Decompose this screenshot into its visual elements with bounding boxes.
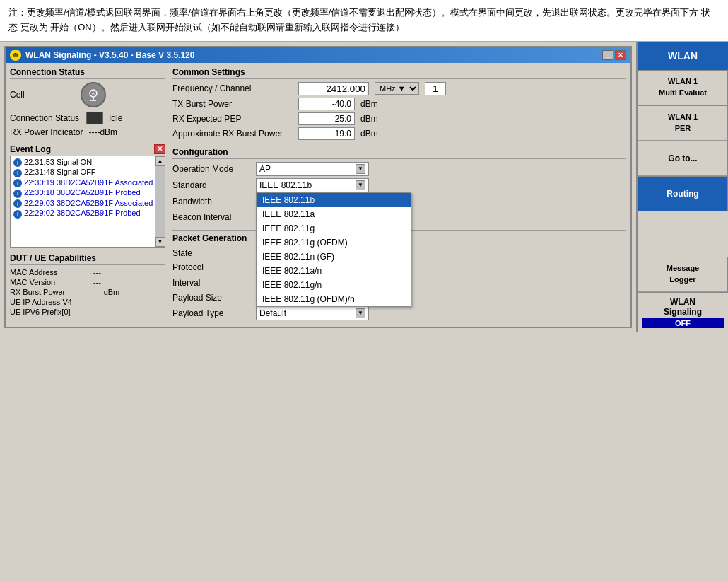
frequency-unit-select[interactable]: MHz ▼ [375,82,419,95]
list-item: MAC Address --- [10,268,165,277]
event-log-header: Event Log ✕ [10,144,165,154]
event-text: 38D2CA52B91F Probed [57,209,141,217]
payload-type-value: Default [259,308,356,318]
wlan1-multi-button[interactable]: WLAN 1Multi Evaluat [638,70,728,105]
wlan-signaling-button[interactable]: WLANSignaling OFF [638,292,728,332]
info-icon: i [13,190,22,198]
dropdown-item-802-11a[interactable]: IEEE 802.11a [257,207,411,221]
event-text: Signal OFF [57,168,96,176]
tx-burst-label: TX Burst Power [172,99,293,109]
scroll-up-button[interactable]: ▲ [155,156,165,166]
tx-burst-row: TX Burst Power -40.0 dBm [172,98,626,110]
event-log-scrollbar[interactable]: ▲ ▼ [155,156,165,247]
ue-ip-v4-label: UE IP Address V4 [10,298,88,306]
common-settings-section: Common Settings Frequency / Channel MHz … [172,67,626,140]
event-time: 22:29:02 [24,209,54,217]
ue-ipv6-value: --- [93,308,101,316]
tx-burst-unit: dBm [360,99,378,109]
ue-ipv6-label: UE IPV6 Prefix[0] [10,308,88,316]
window-controls: _ ✕ [602,50,626,60]
list-item: MAC Version --- [10,278,165,286]
dropdown-item-802-11b[interactable]: IEEE 802.11b [257,193,411,207]
info-icon: i [13,199,22,208]
event-log-title: Event Log [10,144,51,154]
list-item: RX Burst Power ----dBm [10,288,165,296]
off-badge: OFF [642,318,724,328]
dropdown-item-802-11n-gf[interactable]: IEEE 802.11n (GF) [257,250,411,264]
approx-rx-row: Approximate RX Burst Power 19.0 dBm [172,127,626,140]
frequency-row: Frequency / Channel MHz ▼ [172,82,626,95]
approx-rx-label: Approximate RX Burst Power [172,129,293,139]
list-item: i 22:31:53 Signal ON [13,158,162,168]
tx-burst-value: -40.0 [298,98,355,110]
conn-status-label: Connection Status [10,113,81,123]
dut-header: DUT / UE Capabilities [10,253,165,265]
configuration-header: Configuration [172,147,626,159]
operation-mode-row: Operation Mode AP ▼ [172,162,626,176]
rx-power-value: ----dBm [88,127,117,137]
connection-status-row: Connection Status Idle [10,112,165,124]
list-item: i 22:30:18 38D2CA52B91F Probed [13,188,162,198]
event-log-close-button[interactable]: ✕ [154,144,165,154]
wlan-window: ⊕ WLAN Signaling - V3.5.40 - Base V 3.5.… [4,46,632,328]
common-settings-header: Common Settings [172,67,626,79]
standard-value: IEEE 802.11b [259,180,356,190]
rx-burst-power-value: ----dBm [93,288,119,296]
channel-input[interactable] [425,82,446,95]
window-icon: ⊕ [10,50,21,61]
frequency-input[interactable] [298,82,369,95]
event-time: 22:31:53 [24,158,54,166]
operation-mode-select[interactable]: AP ▼ [256,162,369,176]
list-item: i 22:30:19 38D2CA52B91F Associated [13,178,162,188]
event-time: 22:29:03 [24,199,54,207]
payload-type-label: Payload Type [172,308,250,318]
mac-version-value: --- [93,278,101,286]
info-icon: i [13,179,22,187]
dropdown-item-802-11a-n[interactable]: IEEE 802.11a/n [257,264,411,278]
list-item: UE IP Address V4 --- [10,298,165,306]
approx-rx-unit: dBm [360,129,378,139]
scroll-down-button[interactable]: ▼ [155,237,165,247]
dropdown-item-802-11g-ofdm-n[interactable]: IEEE 802.11g (OFDM)/n [257,292,411,306]
dropdown-item-802-11g-n[interactable]: IEEE 802.11g/n [257,278,411,292]
event-text: Signal ON [57,158,92,166]
event-time: 22:31:48 [24,168,54,176]
list-item: i 22:29:03 38D2CA52B91F Associated [13,199,162,209]
bandwidth-label: Bandwidth [172,197,250,206]
dut-section: DUT / UE Capabilities MAC Address --- MA… [10,253,165,316]
idle-icon [86,112,103,124]
idle-text: Idle [109,113,122,123]
goto-button[interactable]: Go to... [638,141,728,176]
event-log-box: i 22:31:53 Signal ON i 22:31:48 Signal O… [10,156,165,248]
standard-dropdown-list: IEEE 802.11b IEEE 802.11a IEEE 802.11g I… [256,192,411,307]
mac-address-label: MAC Address [10,268,88,277]
event-log-content: i 22:31:53 Signal ON i 22:31:48 Signal O… [11,156,165,221]
list-item: i 22:31:48 Signal OFF [13,168,162,177]
dropdown-item-802-11g[interactable]: IEEE 802.11g [257,221,411,235]
state-label: State [172,248,250,258]
routing-button[interactable]: Routing [638,176,728,211]
wlan-signaling-label: WLANSignaling [664,297,702,317]
standard-select[interactable]: IEEE 802.11b ▼ [256,178,369,192]
mac-version-label: MAC Version [10,278,88,286]
interval-label: Interval [172,278,250,288]
window-title: WLAN Signaling - V3.5.40 - Base V 3.5.12… [25,50,194,60]
dropdown-item-802-11g-ofdm[interactable]: IEEE 802.11g (OFDM) [257,235,411,250]
operation-mode-label: Operation Mode [172,164,250,174]
info-icon: i [13,158,22,167]
payload-type-select[interactable]: Default ▼ [256,306,369,320]
minimize-button[interactable]: _ [602,50,613,60]
payload-type-row: Payload Type Default ▼ [172,306,626,320]
dropdown-arrow-icon: ▼ [356,164,365,174]
event-text: 38D2CA52B91F Associated [57,199,153,207]
standard-dropdown-container: IEEE 802.11b ▼ IEEE 802.11b IEEE 802.11a… [256,178,369,192]
close-button[interactable]: ✕ [615,50,626,60]
standard-label: Standard [172,180,250,190]
message-logger-button[interactable]: MessageLogger [638,257,728,292]
event-text: 38D2CA52B91F Probed [57,188,141,197]
wlan1-per-button[interactable]: WLAN 1PER [638,105,728,141]
wlan-top-button[interactable]: WLAN [638,42,728,70]
payload-type-arrow-icon: ▼ [356,308,365,318]
protocol-label: Protocol [172,262,250,272]
standard-dropdown-arrow-icon: ▼ [356,180,365,190]
